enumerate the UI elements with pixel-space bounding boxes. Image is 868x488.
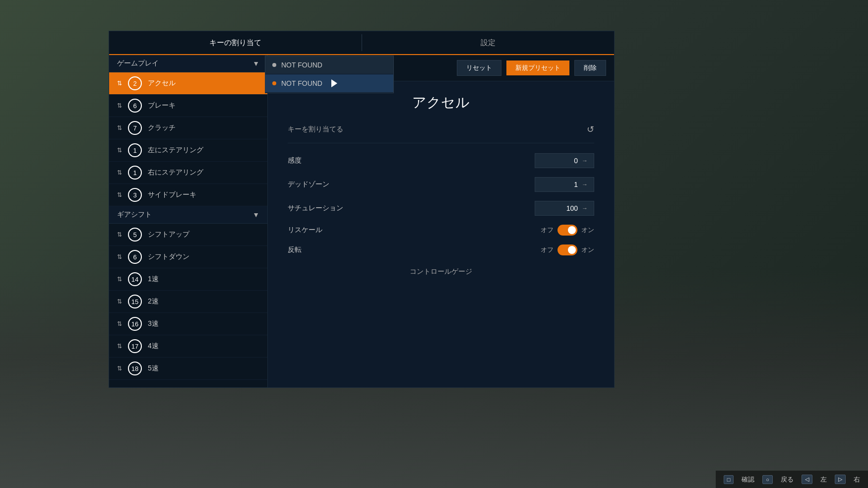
binding-num: 7 xyxy=(128,121,142,135)
binding-name: サイドブレーキ xyxy=(148,190,196,199)
binding-item-gear-2[interactable]: 15 2速 xyxy=(109,291,267,313)
chevron-down-icon: ▼ xyxy=(252,60,259,67)
invert-toggle-container: オフ オン xyxy=(541,244,594,255)
dot-icon xyxy=(272,63,276,67)
confirm-key: □ xyxy=(724,475,734,484)
binding-item-gear-4[interactable]: 17 4速 xyxy=(109,335,267,358)
arrows-icon xyxy=(117,320,122,327)
back-key: ○ xyxy=(762,475,773,484)
sensitivity-row: 感度 0 → xyxy=(288,153,594,168)
rescale-off-label: オフ xyxy=(541,226,554,235)
new-preset-button[interactable]: 新規プリセット xyxy=(506,61,569,75)
binding-num: 1 xyxy=(128,143,142,157)
arrows-icon xyxy=(117,124,122,131)
arrows-icon xyxy=(117,231,122,238)
left-key: ◁ xyxy=(802,475,812,484)
binding-num: 2 xyxy=(128,76,142,90)
right-arrow-icon: → xyxy=(582,205,588,212)
cursor-icon xyxy=(331,79,337,87)
sensitivity-value-box[interactable]: 0 → xyxy=(535,153,594,168)
reset-button[interactable]: リセット xyxy=(457,60,501,76)
binding-item-steer-right[interactable]: 1 右にステアリング xyxy=(109,162,267,184)
binding-name: 左にステアリング xyxy=(148,146,203,155)
preset-dropdown-menu: NOT FOUND NOT FOUND xyxy=(265,56,394,93)
binding-item-shift-up[interactable]: 5 シフトアップ xyxy=(109,224,267,246)
dropdown-item-2[interactable]: NOT FOUND xyxy=(265,74,393,93)
binding-item-gear-1[interactable]: 14 1速 xyxy=(109,268,267,291)
binding-name: 5速 xyxy=(148,364,159,373)
section-gearshift[interactable]: ギアシフト ▼ xyxy=(109,206,267,224)
rescale-label: リスケール xyxy=(288,226,322,235)
arrows-icon xyxy=(117,169,122,176)
deadzone-value-box[interactable]: 1 → xyxy=(535,177,594,192)
invert-on-label: オン xyxy=(581,245,594,254)
rescale-toggle[interactable] xyxy=(558,225,577,236)
rescale-on-label: オン xyxy=(581,226,594,235)
binding-num: 16 xyxy=(128,317,142,331)
saturation-row: サチュレーション 100 → xyxy=(288,201,594,216)
sensitivity-label: 感度 xyxy=(288,156,302,165)
arrows-icon xyxy=(117,253,122,260)
binding-item-handbrake[interactable]: 3 サイドブレーキ xyxy=(109,184,267,206)
binding-item-brake[interactable]: 6 ブレーキ xyxy=(109,95,267,117)
arrows-icon xyxy=(117,191,122,198)
invert-label: 反転 xyxy=(288,245,302,254)
binding-num: 6 xyxy=(128,250,142,264)
binding-item-accel[interactable]: 2 アクセル xyxy=(109,72,267,95)
right-arrow-icon: → xyxy=(582,181,588,188)
binding-num: 1 xyxy=(128,166,142,180)
gauge-label: コントロールゲージ xyxy=(288,267,594,276)
tab-key-binding[interactable]: キーの割り当て xyxy=(109,31,362,54)
binding-name: 右にステアリング xyxy=(148,168,203,177)
chevron-down-icon: ▼ xyxy=(252,211,259,219)
binding-item-gear-3[interactable]: 16 3速 xyxy=(109,313,267,335)
tab-settings[interactable]: 設定 xyxy=(362,31,615,54)
delete-button[interactable]: 削除 xyxy=(574,60,606,76)
binding-name: クラッチ xyxy=(148,123,176,132)
binding-num: 3 xyxy=(128,188,142,202)
binding-name: ブレーキ xyxy=(148,101,176,110)
deadzone-value: 1 xyxy=(574,181,578,188)
dropdown-item-1[interactable]: NOT FOUND xyxy=(265,56,393,74)
arrows-icon xyxy=(117,343,122,350)
right-label: 右 xyxy=(854,475,860,484)
arrows-icon xyxy=(117,365,122,372)
invert-row: 反転 オフ オン xyxy=(288,244,594,255)
bottom-hint-bar: □ 確認 ○ 戻る ◁ 左 ▷ 右 xyxy=(716,471,868,488)
saturation-value: 100 xyxy=(566,204,578,212)
binding-num: 5 xyxy=(128,228,142,242)
arrows-icon xyxy=(117,276,122,283)
key-assign-label: キーを割り当てる xyxy=(288,125,343,134)
binding-num: 14 xyxy=(128,272,142,286)
arrows-icon xyxy=(117,102,122,109)
binding-name: 1速 xyxy=(148,275,159,284)
binding-name: アクセル xyxy=(148,79,176,88)
back-label: 戻る xyxy=(781,475,794,484)
binding-item-shift-down[interactable]: 6 シフトダウン xyxy=(109,246,267,268)
binding-name: シフトダウン xyxy=(148,252,189,261)
invert-toggle[interactable] xyxy=(558,244,577,255)
modal-body: ゲームプレイ ▼ 2 アクセル 6 ブレーキ 7 クラッチ 1 xyxy=(109,55,614,387)
binding-item-steer-left[interactable]: 1 左にステアリング xyxy=(109,139,267,162)
binding-name: 3速 xyxy=(148,319,159,328)
invert-off-label: オフ xyxy=(541,245,554,254)
binding-name: シフトアップ xyxy=(148,230,189,239)
saturation-value-box[interactable]: 100 → xyxy=(535,201,594,216)
section-gameplay[interactable]: ゲームプレイ ▼ xyxy=(109,55,267,72)
tab-bar: キーの割り当て 設定 xyxy=(109,31,614,55)
key-assign-row: キーを割り当てる ↺ xyxy=(288,124,594,143)
binding-num: 17 xyxy=(128,339,142,353)
left-panel: ゲームプレイ ▼ 2 アクセル 6 ブレーキ 7 クラッチ 1 xyxy=(109,55,268,387)
binding-item-gear-5[interactable]: 18 5速 xyxy=(109,358,267,380)
binding-num: 15 xyxy=(128,295,142,308)
deadzone-label: デッドゾーン xyxy=(288,180,329,189)
dot-icon xyxy=(272,81,276,85)
arrows-icon xyxy=(117,80,122,87)
right-arrow-icon: → xyxy=(582,157,588,164)
binding-item-clutch[interactable]: 7 クラッチ xyxy=(109,117,267,139)
arrows-icon xyxy=(117,298,122,305)
key-title: アクセル xyxy=(288,93,594,112)
reset-key-icon[interactable]: ↺ xyxy=(587,124,594,135)
modal-content: アクセル キーを割り当てる ↺ 感度 0 → デッドゾーン xyxy=(268,81,614,387)
right-side: プリセット NOT FOUND ▼ リセット 新規プリセット 削除 アクセル キ… xyxy=(268,55,614,387)
